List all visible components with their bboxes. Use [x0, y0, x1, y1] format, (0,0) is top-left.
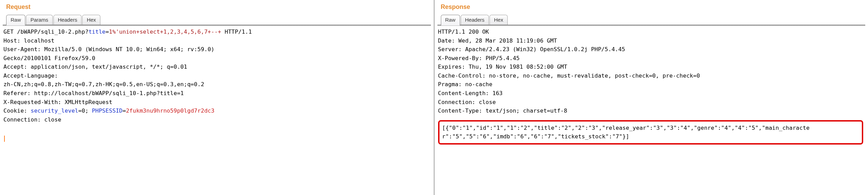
request-tabs: Raw Params Headers Hex — [6, 14, 431, 25]
req-cookie-label: Cookie: — [3, 107, 30, 114]
response-tabrule — [437, 25, 866, 26]
request-tabrule — [3, 25, 431, 26]
req-equals: = — [106, 28, 109, 35]
response-raw-content[interactable]: HTTP/1.1 200 OK Date: Wed, 28 Mar 2018 1… — [437, 26, 866, 148]
req-param-name: title — [88, 28, 106, 35]
tab-headers[interactable]: Headers — [53, 15, 82, 25]
req-cookie-k1: security_level — [30, 107, 78, 114]
tab-hex[interactable]: Hex — [82, 15, 100, 25]
tab-headers-resp[interactable]: Headers — [461, 15, 489, 25]
request-raw-content[interactable]: GET /bWAPP/sqli_10-2.php?title=1%'union+… — [3, 26, 431, 145]
req-cookie-v2: 2fukm3nu9hrno59p0lgd7r2dc3 — [126, 107, 214, 114]
response-title: Response — [441, 3, 866, 11]
req-conn-close: Connection: close — [3, 116, 61, 123]
req-cookie-v1: =0; — [78, 107, 92, 114]
req-method: GET — [3, 28, 17, 35]
tab-raw-resp[interactable]: Raw — [441, 15, 460, 25]
req-path: /bWAPP/sqli_10-2.php? — [17, 28, 89, 35]
req-proto: HTTP/1.1 — [221, 28, 252, 35]
tab-hex-resp[interactable]: Hex — [489, 15, 508, 25]
response-panel: Response Raw Headers Hex HTTP/1.1 200 OK… — [435, 0, 868, 195]
tab-raw[interactable]: Raw — [6, 15, 25, 25]
req-cookie-k2: PHPSESSID — [92, 107, 122, 114]
request-panel: Request Raw Params Headers Hex GET /bWAP… — [0, 0, 435, 195]
req-headers-block: Host: localhost User-Agent: Mozilla/5.0 … — [3, 37, 214, 105]
response-body-highlight: [{"0":"1","id":"1","1":"2","title":"2","… — [438, 120, 864, 145]
req-cookie-eq2: = — [123, 107, 126, 114]
request-title: Request — [6, 3, 431, 11]
response-tabs: Raw Headers Hex — [441, 14, 866, 25]
req-param-value: 1%'union+select+1,2,3,4,5,6,7+--+ — [109, 28, 221, 35]
tab-params[interactable]: Params — [26, 15, 53, 25]
resp-headers-block: HTTP/1.1 200 OK Date: Wed, 28 Mar 2018 1… — [438, 28, 700, 114]
text-caret — [4, 136, 5, 142]
